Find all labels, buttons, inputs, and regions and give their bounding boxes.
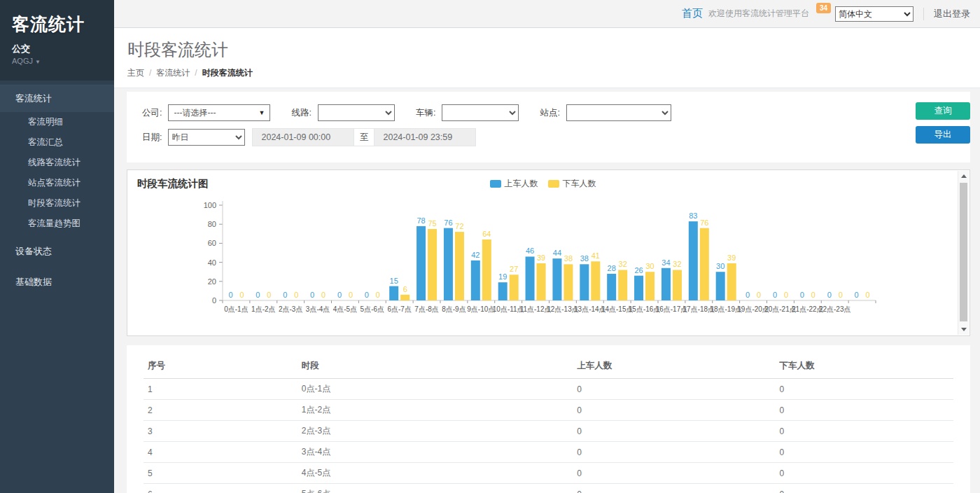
svg-text:4点-5点: 4点-5点 <box>333 305 357 313</box>
content: 公司: ---请选择--- ▼ 线路: 车辆: 站点: <box>114 88 980 493</box>
table-cell: 0 <box>573 379 775 400</box>
page-heading: 时段客流统计 主页/客流统计/时段客流统计 <box>114 28 980 88</box>
scrollbar-thumb[interactable] <box>960 183 967 321</box>
svg-text:0: 0 <box>228 291 232 299</box>
svg-text:0: 0 <box>255 291 260 299</box>
svg-text:6点-7点: 6点-7点 <box>387 305 411 313</box>
legend-item-1[interactable]: 下车人数 <box>548 178 596 190</box>
export-button[interactable]: 导出 <box>916 126 970 144</box>
station-select[interactable] <box>566 104 671 121</box>
svg-text:0: 0 <box>376 291 380 299</box>
sidebar-item-2[interactable]: 基础数据 <box>0 269 114 296</box>
table-cell: 0 <box>775 484 953 493</box>
sidebar-item-0[interactable]: 客流统计 <box>0 85 114 112</box>
svg-text:0: 0 <box>337 291 342 299</box>
breadcrumb-current: 时段客流统计 <box>202 68 253 78</box>
sidebar-subitem-0-3[interactable]: 站点客流统计 <box>0 173 114 193</box>
date-start-input[interactable]: 2024-01-09 00:00 <box>252 128 354 146</box>
sidebar-subitem-0-5[interactable]: 客流量趋势图 <box>0 214 114 234</box>
legend-item-0[interactable]: 上车人数 <box>490 178 538 190</box>
svg-text:2点-3点: 2点-3点 <box>279 305 302 313</box>
svg-text:28: 28 <box>608 264 616 272</box>
user-name: AQGJ <box>12 57 33 65</box>
svg-text:0: 0 <box>267 291 271 299</box>
table-cell: 0 <box>573 463 775 484</box>
breadcrumb-link-1[interactable]: 客流统计 <box>156 68 190 78</box>
logout-link[interactable]: 退出登录 <box>923 8 970 20</box>
sidebar-item-1[interactable]: 设备状态 <box>0 238 114 265</box>
svg-text:0: 0 <box>321 291 326 299</box>
language-select[interactable]: 简体中文 <box>835 6 913 22</box>
svg-text:60: 60 <box>208 239 216 247</box>
home-link[interactable]: 首页 <box>682 7 703 20</box>
svg-text:26: 26 <box>634 266 643 275</box>
sidebar-subitem-0-2[interactable]: 线路客流统计 <box>0 153 114 173</box>
svg-text:0: 0 <box>294 291 298 299</box>
date-label: 日期: <box>142 132 162 144</box>
date-preset-select[interactable]: 昨日 <box>168 129 245 146</box>
breadcrumb-separator: / <box>195 68 197 78</box>
sidebar-subitem-0-1[interactable]: 客流汇总 <box>0 132 114 153</box>
table-cell: 0 <box>573 484 775 493</box>
table-row: 65点-6点00 <box>144 484 953 493</box>
table-cell: 4点-5点 <box>298 463 573 484</box>
breadcrumb-link-0[interactable]: 主页 <box>127 68 144 78</box>
station-label: 站点: <box>540 107 559 119</box>
main-area: 首页 欢迎使用客流统计管理平台 34 简体中文 退出登录 时段客流统计 主页/客… <box>114 0 980 493</box>
line-label: 线路: <box>291 107 311 119</box>
date-end-input[interactable]: 2024-01-09 23:59 <box>374 128 476 146</box>
svg-text:75: 75 <box>428 219 436 228</box>
svg-text:32: 32 <box>673 260 681 268</box>
user-menu[interactable]: AQGJ▼ <box>12 57 114 65</box>
svg-text:83: 83 <box>689 211 697 220</box>
table-panel: 序号时段上车人数下车人数 10点-1点0021点-2点0032点-3点0043点… <box>127 345 970 493</box>
hourly-flow-table: 序号时段上车人数下车人数 10点-1点0021点-2点0032点-3点0043点… <box>144 354 953 493</box>
table-cell: 0 <box>775 463 953 484</box>
scroll-down-icon[interactable] <box>958 324 969 335</box>
query-button[interactable]: 查询 <box>916 102 970 120</box>
table-row: 32点-3点00 <box>144 421 953 442</box>
svg-text:0: 0 <box>349 291 353 299</box>
welcome-text: 欢迎使用客流统计管理平台 <box>708 8 809 20</box>
svg-text:76: 76 <box>700 218 708 227</box>
table-cell: 0 <box>775 421 953 442</box>
vehicle-select[interactable] <box>442 104 519 121</box>
svg-text:30: 30 <box>716 262 724 270</box>
svg-text:27: 27 <box>510 265 518 273</box>
company-select[interactable]: ---请选择--- ▼ <box>168 104 270 121</box>
svg-text:0: 0 <box>310 291 314 299</box>
svg-text:64: 64 <box>482 230 491 238</box>
svg-text:30: 30 <box>645 262 654 270</box>
table-cell: 2点-3点 <box>298 421 573 442</box>
svg-text:15: 15 <box>390 277 398 285</box>
table-cell: 1 <box>144 379 298 400</box>
table-row: 10点-1点00 <box>144 379 953 400</box>
svg-text:44: 44 <box>553 249 561 257</box>
date-to-label: 至 <box>354 128 374 146</box>
scroll-up-icon[interactable] <box>958 171 969 181</box>
chart-scrollbar[interactable] <box>958 171 969 335</box>
svg-text:39: 39 <box>537 254 545 262</box>
line-select[interactable] <box>318 104 395 121</box>
table-cell: 0 <box>775 379 953 400</box>
sidebar-subitem-0-4[interactable]: 时段客流统计 <box>0 193 114 214</box>
svg-text:0: 0 <box>784 291 788 299</box>
table-cell: 1点-2点 <box>298 400 573 421</box>
svg-text:0: 0 <box>800 291 804 299</box>
legend-swatch-icon <box>548 180 559 188</box>
svg-text:0: 0 <box>212 296 216 305</box>
table-header-1: 时段 <box>298 354 573 379</box>
filter-panel: 公司: ---请选择--- ▼ 线路: 车辆: 站点: <box>127 92 970 162</box>
table-cell: 2 <box>144 400 298 421</box>
svg-text:0: 0 <box>239 291 244 299</box>
sidebar-subitem-0-0[interactable]: 客流明细 <box>0 112 114 132</box>
app-logo: 客流统计 <box>12 13 114 36</box>
chevron-down-icon: ▼ <box>35 59 41 65</box>
table-cell: 5点-6点 <box>298 484 573 493</box>
passenger-flow-chart: 0204060801000点-1点001点-2点002点-3点003点-4点00… <box>137 194 935 333</box>
svg-text:0: 0 <box>827 291 832 299</box>
svg-text:0: 0 <box>283 291 287 299</box>
breadcrumb: 主页/客流统计/时段客流统计 <box>127 67 980 79</box>
sidebar: 客流统计 公交 AQGJ▼ 客流统计客流明细客流汇总线路客流统计站点客流统计时段… <box>0 0 114 493</box>
table-cell: 3 <box>144 421 298 442</box>
